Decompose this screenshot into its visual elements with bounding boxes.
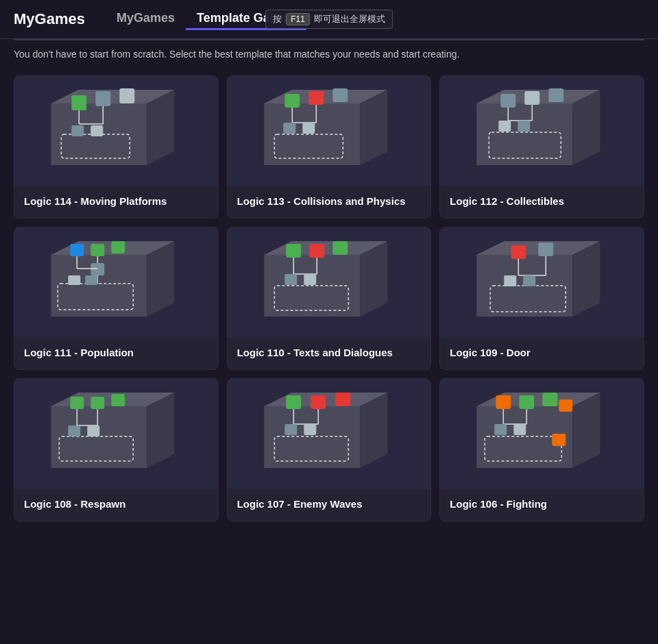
- svg-rect-95: [284, 424, 297, 435]
- svg-rect-41: [111, 241, 125, 253]
- svg-rect-15: [284, 94, 300, 108]
- card-logic-107[interactable]: Logic 107 - Enemy Waves: [227, 378, 432, 521]
- card-logic-114[interactable]: Logic 114 - Moving Platforms: [14, 75, 219, 219]
- svg-rect-102: [543, 393, 558, 406]
- svg-rect-53: [286, 244, 301, 258]
- svg-rect-42: [90, 263, 104, 275]
- svg-rect-61: [304, 274, 316, 285]
- card-logic-113[interactable]: Logic 113 - Collisions and Physics: [227, 75, 432, 219]
- svg-rect-83: [68, 425, 80, 436]
- svg-rect-39: [70, 244, 84, 256]
- svg-rect-71: [504, 275, 517, 286]
- svg-rect-109: [514, 424, 526, 435]
- svg-rect-66: [539, 243, 554, 256]
- svg-rect-11: [90, 125, 103, 136]
- svg-rect-48: [68, 275, 80, 285]
- card-image-logic-107: [228, 379, 431, 488]
- template-grid: Logic 114 - Moving Platforms: [0, 66, 658, 535]
- card-label-logic-113: Logic 113 - Collisions and Physics: [228, 186, 431, 218]
- svg-rect-78: [111, 394, 125, 406]
- svg-rect-96: [304, 424, 316, 435]
- tab-mygames[interactable]: MyGames: [106, 8, 186, 30]
- card-image-logic-106: [440, 379, 644, 488]
- svg-rect-10: [71, 125, 84, 136]
- card-label-logic-111: Logic 111 - Population: [14, 337, 218, 369]
- card-image-logic-112: [440, 76, 644, 186]
- card-logic-108[interactable]: Logic 108 - Respawn: [14, 378, 219, 521]
- svg-rect-103: [559, 399, 573, 412]
- svg-rect-27: [501, 94, 516, 108]
- card-logic-109[interactable]: Logic 109 - Door: [439, 227, 644, 370]
- svg-rect-60: [284, 274, 297, 285]
- card-image-logic-111: [14, 227, 218, 337]
- key-badge: F11: [286, 13, 310, 25]
- svg-marker-86: [264, 406, 360, 468]
- svg-rect-72: [524, 275, 536, 286]
- app-logo: MyGames: [14, 10, 85, 28]
- svg-rect-34: [499, 121, 511, 132]
- fullscreen-prefix: 按: [273, 13, 282, 25]
- svg-rect-90: [335, 393, 350, 406]
- card-image-logic-109: [440, 227, 644, 337]
- card-logic-112[interactable]: Logic 112 - Collectibles: [439, 75, 644, 219]
- header: MyGames MyGames Template Gallery 按 F11 即…: [0, 0, 658, 39]
- card-label-logic-106: Logic 106 - Fighting: [440, 488, 644, 521]
- svg-rect-17: [332, 88, 348, 102]
- svg-rect-29: [549, 88, 564, 102]
- svg-rect-49: [85, 275, 97, 285]
- svg-rect-100: [496, 395, 511, 409]
- card-label-logic-109: Logic 109 - Door: [440, 337, 644, 369]
- card-label-logic-114: Logic 114 - Moving Platforms: [14, 186, 218, 218]
- svg-rect-16: [308, 91, 324, 105]
- svg-rect-76: [70, 397, 84, 409]
- card-logic-106[interactable]: Logic 106 - Fighting: [439, 378, 644, 521]
- svg-rect-5: [119, 88, 134, 103]
- card-label-logic-108: Logic 108 - Respawn: [14, 488, 218, 521]
- svg-rect-55: [332, 241, 348, 255]
- svg-rect-77: [90, 397, 104, 409]
- svg-rect-35: [518, 121, 531, 132]
- svg-rect-22: [283, 123, 295, 134]
- svg-rect-28: [525, 91, 540, 105]
- card-image-logic-108: [14, 379, 218, 488]
- svg-rect-101: [520, 395, 535, 409]
- svg-rect-110: [552, 434, 566, 446]
- svg-rect-108: [495, 424, 507, 435]
- subtitle-text: You don't have to start from scratch. Se…: [0, 40, 658, 66]
- card-image-logic-110: [228, 227, 431, 337]
- svg-marker-74: [51, 406, 147, 468]
- fullscreen-notice: 按 F11 即可退出全屏模式: [265, 10, 393, 29]
- svg-rect-84: [87, 425, 99, 436]
- svg-rect-89: [310, 395, 326, 409]
- card-logic-111[interactable]: Logic 111 - Population: [14, 227, 219, 370]
- card-label-logic-112: Logic 112 - Collectibles: [440, 186, 644, 218]
- svg-rect-23: [302, 123, 315, 134]
- svg-marker-25: [477, 103, 573, 165]
- fullscreen-suffix: 即可退出全屏模式: [314, 13, 385, 25]
- svg-rect-65: [511, 245, 526, 259]
- card-label-logic-107: Logic 107 - Enemy Waves: [228, 488, 431, 521]
- svg-rect-88: [286, 395, 301, 409]
- svg-rect-40: [90, 244, 104, 256]
- svg-rect-4: [95, 91, 110, 106]
- card-image-logic-114: [14, 76, 218, 186]
- card-label-logic-110: Logic 110 - Texts and Dialogues: [228, 337, 431, 369]
- svg-rect-3: [71, 95, 86, 110]
- svg-rect-54: [309, 244, 324, 258]
- card-image-logic-113: [228, 76, 431, 186]
- card-logic-110[interactable]: Logic 110 - Texts and Dialogues: [227, 227, 432, 370]
